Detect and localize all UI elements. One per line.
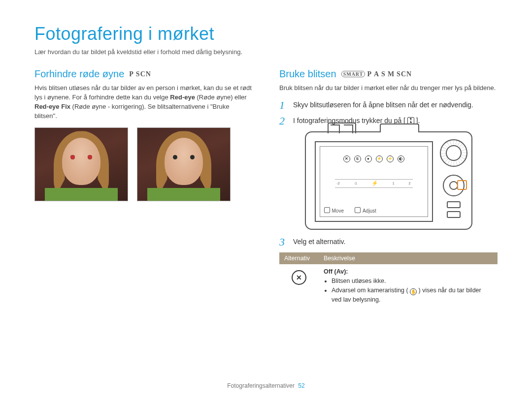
flash-redeye-fix-icon: ◐	[398, 155, 404, 162]
flash-redeye-icon: ●	[365, 155, 372, 162]
photo-red-eye-fixed	[137, 127, 231, 201]
options-table: Alternativ Beskrivelse ✕ Off (Av): Blits…	[279, 252, 498, 308]
left-mode-icons: P SCN	[129, 70, 151, 78]
screen-move-label: Move	[324, 207, 344, 214]
mode-p-icon: P	[129, 70, 134, 78]
step-2-number: 2	[279, 116, 288, 126]
page-title: Fotografering i mørket	[34, 24, 498, 44]
footer-section: Fotograferingsalternativer	[227, 382, 295, 389]
table-row: ✕ Off (Av): Blitsen utløses ikke. Advars…	[279, 264, 498, 308]
flash-auto-icon: ⚡	[376, 155, 383, 162]
camera-shake-icon: ✋	[410, 288, 417, 295]
camera-diagram: ✕ S ● ⚡ ⚡ ◐ -2 -1 ⚡ 1 2	[305, 131, 472, 230]
flash-button-highlight	[457, 180, 467, 190]
screen-adjust-label: Adjust	[355, 207, 376, 214]
mode-m-icon: M	[388, 70, 395, 78]
left-column: Forhindre røde øyne P SCN Hvis blitsen u…	[34, 68, 253, 308]
flash-icon	[407, 117, 414, 124]
photo-red-eye	[34, 127, 128, 201]
left-heading: Forhindre røde øyne P SCN	[34, 68, 253, 80]
flash-off-icon: ✕	[343, 155, 350, 162]
mode-s-icon: S	[381, 70, 386, 78]
right-mode-icons: SMART P A S M SCN	[341, 70, 412, 78]
scale-tick: 1	[393, 182, 395, 185]
left-body-text: Hvis blitsen utløses når du tar bilder a…	[34, 84, 253, 121]
option-off-bullet-2: Advarsel om kameraristing ( ✋ ) vises nå…	[332, 286, 493, 305]
step-3-number: 3	[279, 237, 288, 247]
option-off-title: Off (Av):	[324, 268, 493, 275]
scale-tick: -1	[354, 182, 357, 185]
step-3: 3 Velg et alternativ.	[279, 237, 498, 247]
scale-center-icon: ⚡	[371, 180, 378, 186]
page-subtitle: Lær hvordan du tar bildet på kveldstid e…	[34, 48, 498, 56]
left-heading-text: Forhindre røde øyne	[34, 68, 124, 80]
th-description: Beskrivelse	[319, 252, 498, 264]
mode-scn-icon: SCN	[397, 70, 412, 78]
mode-scn-icon: SCN	[136, 70, 151, 78]
camera-screen: ✕ S ● ⚡ ⚡ ◐ -2 -1 ⚡ 1 2	[315, 141, 433, 222]
flash-unit-icon	[380, 123, 419, 132]
step-1-number: 1	[279, 100, 288, 111]
mode-smart-icon: SMART	[341, 71, 366, 77]
mode-p-icon: P	[367, 70, 372, 78]
flash-slow-icon: S	[354, 155, 361, 162]
scale-tick: 2	[409, 182, 411, 185]
footer-page-number: 52	[298, 382, 304, 389]
viewfinder-icon	[328, 123, 356, 133]
step-3-text: Velg et alternativ.	[293, 237, 498, 247]
right-body-text: Bruk blitsen når du tar bilder i mørket …	[279, 84, 498, 93]
camera-button-icon	[447, 211, 461, 218]
step-1: 1 Skyv blitsutløseren for å åpne blitsen…	[279, 100, 498, 111]
flash-fill-icon: ⚡	[387, 155, 394, 162]
camera-button-icon	[447, 201, 461, 208]
right-heading-text: Bruke blitsen	[279, 68, 336, 80]
th-alternative: Alternativ	[279, 252, 319, 264]
mode-a-icon: A	[374, 70, 379, 78]
example-photos	[34, 127, 253, 201]
right-heading: Bruke blitsen SMART P A S M SCN	[279, 68, 498, 80]
option-off-bullet-1: Blitsen utløses ikke.	[332, 277, 493, 286]
step-1-text: Skyv blitsutløseren for å åpne blitsen n…	[293, 100, 498, 111]
right-column: Bruke blitsen SMART P A S M SCN Bruk bli…	[279, 68, 498, 308]
mode-dial-icon	[440, 139, 467, 167]
flash-off-option-icon: ✕	[292, 270, 306, 285]
page-footer: Fotograferingsalternativer 52	[0, 382, 532, 389]
scale-tick: -2	[337, 182, 340, 185]
ev-scale: -2 -1 ⚡ 1 2	[335, 179, 413, 188]
bullet2-pre: Advarsel om kameraristing (	[332, 287, 408, 294]
flash-mode-icons: ✕ S ● ⚡ ⚡ ◐	[320, 155, 428, 162]
